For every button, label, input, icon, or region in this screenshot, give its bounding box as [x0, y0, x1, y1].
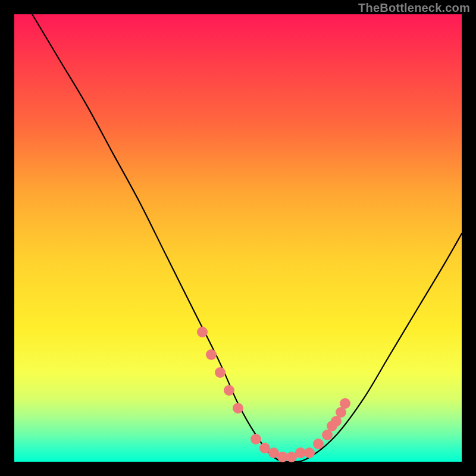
- bottleneck-curve: [32, 14, 462, 462]
- highlight-dot: [233, 403, 243, 414]
- highlight-dot: [197, 327, 208, 337]
- highlight-dot: [313, 439, 324, 449]
- highlight-dot: [224, 385, 234, 396]
- chart-canvas: TheBottleneck.com: [0, 0, 476, 476]
- highlight-dot: [206, 349, 217, 360]
- curve-svg: [14, 14, 462, 462]
- highlight-dot: [331, 416, 342, 427]
- highlight-dot: [250, 434, 261, 444]
- highlight-dot: [340, 398, 350, 409]
- highlight-dot: [304, 447, 315, 458]
- plot-area: [14, 14, 462, 462]
- watermark-text: TheBottleneck.com: [358, 1, 470, 15]
- highlight-dot: [215, 367, 226, 378]
